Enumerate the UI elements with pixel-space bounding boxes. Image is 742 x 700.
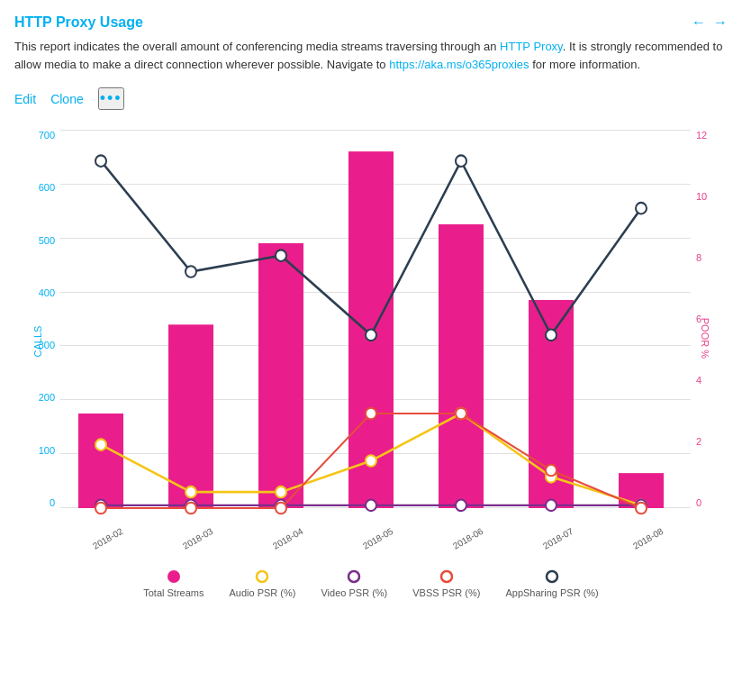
y-left-600: 600 [39, 182, 59, 193]
nav-arrows: ← → [692, 14, 728, 31]
bar-2018-04 [258, 243, 303, 508]
edit-button[interactable]: Edit [14, 92, 36, 106]
y-left-100: 100 [39, 445, 59, 456]
x-axis: 2018-02 2018-03 2018-04 2018-05 2018-06 … [60, 534, 691, 544]
audio-psr-icon [255, 569, 269, 584]
appsharing-point-3 [276, 250, 286, 261]
more-options-button[interactable]: ••• [98, 87, 124, 110]
legend-appsharing-psr-label: AppSharing PSR (%) [505, 587, 598, 598]
clone-button[interactable]: Clone [50, 92, 84, 106]
svg-point-2 [348, 571, 359, 582]
description-link[interactable]: HTTP Proxy [500, 40, 563, 53]
y-left-500: 500 [39, 235, 59, 246]
y-right-8: 8 [692, 252, 701, 263]
audio-psr-point-3 [276, 486, 286, 498]
appsharing-point-7 [636, 203, 647, 214]
x-label-2: 2018-03 [157, 512, 240, 566]
appsharing-point-1 [95, 155, 106, 167]
y-right-0: 0 [692, 497, 701, 508]
y-right-2: 2 [692, 436, 701, 447]
audio-psr-point-1 [95, 439, 106, 450]
x-label-4: 2018-05 [337, 512, 420, 566]
appsharing-point-5 [456, 155, 466, 167]
svg-point-0 [167, 570, 180, 583]
legend-audio-psr: Audio PSR (%) [229, 569, 295, 598]
legend-appsharing-psr: AppSharing PSR (%) [505, 569, 598, 598]
x-label-1: 2018-02 [67, 512, 149, 566]
y-axis-left: 700 600 500 400 300 200 100 0 [15, 130, 59, 508]
legend-vbss-psr-label: VBSS PSR (%) [412, 587, 480, 598]
y-left-700: 700 [39, 130, 59, 141]
y-left-0: 0 [50, 497, 59, 508]
vbss-psr-point-3 [276, 503, 286, 514]
video-psr-point-6 [546, 500, 556, 512]
legend: Total Streams Audio PSR (%) Video PSR (%… [14, 569, 728, 598]
x-label-7: 2018-08 [607, 512, 690, 566]
vbss-psr-point-4 [366, 408, 376, 420]
legend-total-streams-label: Total Streams [143, 587, 204, 598]
y-left-200: 200 [39, 392, 59, 403]
y-right-4: 4 [692, 375, 701, 386]
legend-vbss-psr: VBSS PSR (%) [412, 569, 480, 598]
appsharing-point-2 [186, 266, 196, 277]
legend-total-streams: Total Streams [143, 569, 204, 598]
appsharing-point-4 [366, 330, 376, 341]
vbss-psr-icon [439, 569, 454, 584]
toolbar: Edit Clone ••• [14, 87, 728, 110]
vbss-psr-point-6 [546, 465, 556, 477]
appsharing-point-6 [546, 330, 556, 341]
vbss-psr-point-5 [456, 408, 466, 420]
chart-area [60, 130, 691, 508]
video-psr-icon [347, 569, 361, 584]
chart-svg [60, 130, 691, 508]
bar-2018-02 [78, 414, 123, 508]
page-title: HTTP Proxy Usage [14, 14, 143, 31]
svg-point-4 [547, 571, 557, 582]
chart-container: 700 600 500 400 300 200 100 0 CALLS 12 1… [15, 121, 727, 562]
nav-prev-button[interactable]: ← [692, 14, 706, 31]
report-description: This report indicates the overall amount… [14, 38, 726, 73]
nav-next-button[interactable]: → [713, 14, 728, 31]
y-right-12: 12 [692, 130, 707, 141]
x-label-3: 2018-04 [247, 512, 330, 566]
legend-video-psr-label: Video PSR (%) [321, 587, 387, 598]
bar-2018-06 [439, 224, 484, 508]
video-psr-point-4 [366, 500, 376, 512]
legend-audio-psr-label: Audio PSR (%) [229, 587, 295, 598]
y-axis-left-title: CALLS [32, 326, 43, 358]
svg-point-1 [257, 571, 267, 582]
vbss-psr-point-1 [95, 503, 106, 514]
audio-psr-point-2 [186, 486, 196, 498]
bar-2018-03 [168, 324, 213, 508]
y-axis-right-title: POOR % [699, 318, 710, 359]
vbss-psr-point-2 [186, 503, 196, 514]
y-right-10: 10 [692, 191, 707, 202]
aka-link[interactable]: https://aka.ms/o365proxies [389, 58, 529, 71]
legend-video-psr: Video PSR (%) [321, 569, 387, 598]
svg-point-3 [441, 571, 452, 582]
y-left-400: 400 [39, 287, 59, 298]
total-streams-icon [167, 569, 181, 584]
audio-psr-point-4 [366, 455, 376, 467]
video-psr-point-5 [456, 500, 466, 512]
appsharing-psr-icon [545, 569, 559, 584]
x-label-5: 2018-06 [427, 512, 510, 566]
x-label-6: 2018-07 [517, 512, 600, 566]
vbss-psr-point-7 [636, 503, 647, 514]
